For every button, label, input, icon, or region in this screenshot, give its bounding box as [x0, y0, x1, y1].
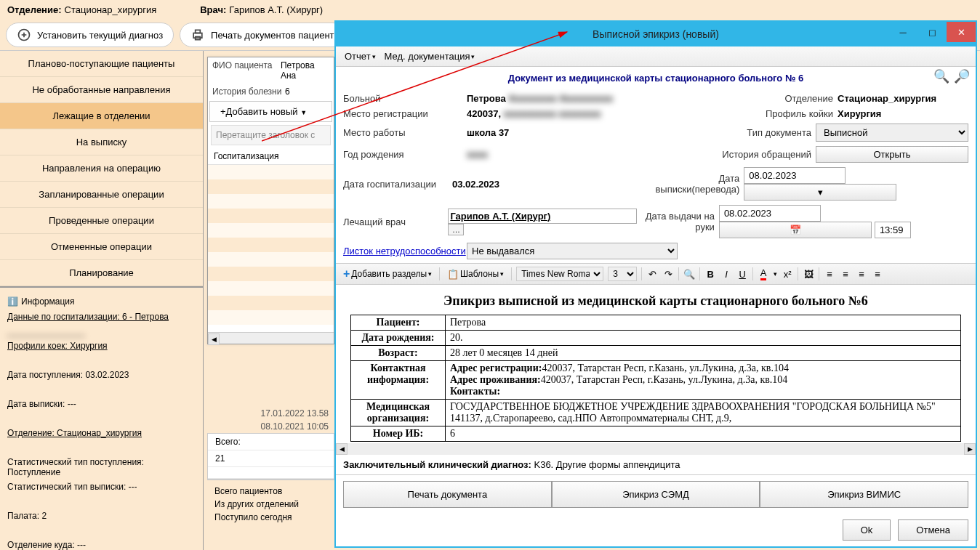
doctor-lookup-button[interactable]: … — [448, 224, 464, 235]
maximize-button[interactable]: ◻ — [917, 22, 947, 42]
sidebar-item[interactable]: Планово-поступающие пациенты — [0, 51, 203, 77]
hospitalization-header[interactable]: Госпитализация — [208, 148, 334, 165]
close-button[interactable]: ✕ — [947, 22, 976, 42]
discharge-date-input[interactable] — [744, 167, 846, 184]
find-icon[interactable]: 🔍 — [683, 268, 695, 280]
cancel-button[interactable]: Отмена — [898, 519, 968, 541]
bed-value: Хирургия — [838, 108, 968, 119]
history-label: История болезни — [212, 86, 285, 97]
doc-row-value: Адрес регистрации:420037, Татарстан Респ… — [446, 361, 961, 400]
sick-leave-link[interactable]: Листок нетрудоспособности — [343, 246, 467, 256]
align-right-icon[interactable]: ≡ — [856, 268, 867, 280]
print-docs-label: Печать документов пациент — [211, 30, 334, 41]
discharge-date-label: Дата выписки(перевода) — [645, 173, 744, 195]
info-line: Данные по госпитализации: 6 - Петрова — [7, 310, 196, 324]
info-line: Статистический тип поступления: Поступле… — [7, 455, 196, 480]
sidebar-item[interactable]: Запланированные операции — [0, 182, 203, 208]
sidebar-item[interactable]: Лежащие в отделении — [0, 103, 203, 129]
set-diagnosis-button[interactable]: Установить текущий диагноз — [6, 23, 174, 47]
doc-header-text: Документ из медицинской карты стационарн… — [508, 73, 803, 84]
doctype-select[interactable]: Выписной — [816, 124, 968, 142]
dialog-title: Выписной эпикриз (новый) — [336, 28, 976, 40]
print-doc-button[interactable]: Печать документа — [343, 481, 552, 508]
doc-row-label: Медицинская организация: — [351, 400, 446, 426]
final-diag-value: K36. Другие формы аппендицита — [534, 459, 680, 470]
total-label: Всего: — [215, 437, 241, 447]
font-color-icon[interactable]: A — [758, 268, 769, 280]
doctor-input[interactable] — [448, 209, 637, 224]
date-picker-button[interactable]: ▾ — [744, 184, 896, 201]
vimis-button[interactable]: Эпикриз ВИМИС — [760, 481, 968, 508]
sidebar-item[interactable]: Направления на операцию — [0, 155, 203, 182]
info-line: Статистический тип выписки: --- — [7, 480, 196, 494]
add-sections-button[interactable]: + Добавить разделы ▾ — [340, 266, 435, 282]
font-select[interactable]: Times New Roman — [516, 267, 603, 281]
date-row: 08.10.2021 10:05 — [207, 420, 334, 433]
minimize-button[interactable]: ─ — [888, 22, 917, 42]
font-color-chevron[interactable]: ▾ — [774, 270, 777, 278]
report-menu[interactable]: Отчет ▾ — [342, 49, 379, 63]
ok-button[interactable]: Ok — [843, 519, 891, 541]
sidebar-item[interactable]: Не обработанные направления — [0, 77, 203, 103]
doc-row-label: Пациент: — [351, 315, 446, 331]
bold-icon[interactable]: B — [704, 268, 716, 280]
drag-hint: Перетащите заголовок с — [211, 125, 331, 145]
scroll-left[interactable]: ◀ — [208, 333, 220, 345]
image-icon[interactable]: 🖼 — [803, 268, 814, 280]
doc-row-label: Контактная информация: — [351, 361, 446, 400]
doc-row-label: Номер ИБ: — [351, 426, 446, 442]
align-center-icon[interactable]: ≡ — [840, 268, 851, 280]
print-icon — [190, 28, 205, 42]
hand-time-input[interactable] — [875, 222, 911, 238]
diagnosis-icon — [17, 28, 31, 42]
hscroll-left[interactable]: ◀ — [336, 443, 348, 455]
sidebar-item[interactable]: Отмененные операции — [0, 234, 203, 260]
patient-label: Больной — [343, 93, 467, 104]
semd-button[interactable]: Эпикриз СЭМД — [552, 481, 760, 508]
history-value: 6 — [285, 86, 290, 97]
doctor-label-m: Лечащий врач — [343, 217, 448, 227]
info-line — [7, 382, 196, 397]
document-editor[interactable]: Эпикриз выписной из медицинской карты ст… — [336, 285, 976, 443]
final-diag-label: Заключительный клинический диагноз: — [343, 459, 531, 470]
fio-value: Петрова Ана — [281, 60, 329, 81]
info-line — [7, 494, 196, 509]
align-left-icon[interactable]: ≡ — [824, 268, 835, 280]
svg-rect-2 — [196, 30, 201, 33]
info-line: Отделение куда: --- — [7, 538, 196, 550]
hscroll-right[interactable]: ▶ — [964, 443, 976, 455]
underline-icon[interactable]: U — [736, 268, 748, 280]
templates-button[interactable]: 📋 Шаблоны ▾ — [444, 267, 507, 281]
zoom-out-icon[interactable]: 🔎 — [954, 68, 970, 84]
footer-stats: Всего пациентов Из других отделений Пост… — [207, 480, 334, 528]
hand-date-picker[interactable]: 📅 — [719, 222, 872, 238]
bed-label: Профиль койки — [766, 108, 838, 119]
zoom-in-icon[interactable]: 🔍 — [933, 68, 949, 84]
align-justify-icon[interactable]: ≡ — [872, 268, 883, 280]
open-history-button[interactable]: Открыть — [816, 146, 968, 163]
sick-leave-select[interactable]: Не выдавался — [467, 243, 678, 259]
info-line: Отделение: Стационар_хирургия — [7, 426, 196, 440]
work-value: школа 37 — [467, 127, 509, 138]
dept-value-m: Стационар_хирургия — [838, 93, 968, 104]
doc-row-value: ГОСУДАРСТВЕННОЕ БЮДЖЕТНОЕ УЧРЕЖДЕНИЕ ЗДР… — [446, 400, 961, 426]
info-line: Дата поступления: 03.02.2023 — [7, 368, 196, 382]
redo-icon[interactable]: ↷ — [662, 268, 674, 280]
sidebar-item[interactable]: Проведенные операции — [0, 208, 203, 234]
print-docs-button[interactable]: Печать документов пациент — [180, 23, 345, 47]
info-panel: ℹ️ Информация Данные по госпитализации: … — [0, 286, 203, 550]
hand-date-input[interactable] — [719, 205, 821, 222]
info-line: ________________ — [7, 324, 196, 339]
doc-row-value: 6 — [446, 426, 961, 442]
meddoc-menu[interactable]: Мед. документация ▾ — [382, 49, 478, 63]
sidebar-item[interactable]: На выписку — [0, 129, 203, 155]
undo-icon[interactable]: ↶ — [646, 268, 658, 280]
sidebar-item[interactable]: Планирование — [0, 260, 203, 286]
discharge-summary-dialog: Выписной эпикриз (новый) ─ ◻ ✕ Отчет ▾ М… — [334, 20, 977, 548]
sup-icon[interactable]: x² — [782, 268, 793, 280]
size-select[interactable]: 3 — [608, 267, 637, 281]
italic-icon[interactable]: I — [720, 268, 732, 280]
doc-row-value: 20. — [446, 331, 961, 346]
hosp-date-label: Дата госпитализации — [343, 179, 452, 190]
add-new-button[interactable]: +Добавить новый ▼ — [209, 101, 332, 122]
